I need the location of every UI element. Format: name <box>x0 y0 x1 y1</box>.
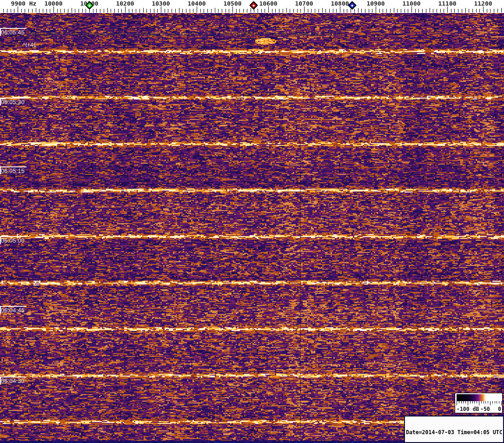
spectrogram-waterfall <box>0 13 504 443</box>
colorbar-tick <box>495 401 495 403</box>
colorbar-tick <box>481 401 482 403</box>
colorbar-legend: -100 dB -50 0 <box>455 393 503 413</box>
spectrogram-area: 06:05:4506:05:3006:05:1506:05:0006:04:45… <box>0 13 504 443</box>
colorbar-tick <box>501 401 502 405</box>
colorbar-tick <box>497 401 497 403</box>
colorbar-tick <box>472 401 473 403</box>
frequency-ruler: 9900 Hz100001010010200103001040010500106… <box>0 0 504 13</box>
freq-label: 10000 <box>44 0 62 7</box>
marker-center-dot <box>351 4 353 7</box>
colorbar-tick <box>474 401 475 403</box>
time-offset-note: ^t+41 <box>23 42 36 48</box>
freq-label: 10500 <box>223 0 241 7</box>
marker-center-dot <box>252 4 255 7</box>
freq-label: 10700 <box>295 0 313 7</box>
time-tick-mark <box>0 166 27 167</box>
colorbar-tick <box>490 401 491 405</box>
colorbar-tick <box>459 401 459 403</box>
freq-label: 10300 <box>152 0 170 7</box>
meteor-spectrogram-window: 9900 Hz100001010010200103001040010500106… <box>0 0 504 443</box>
colorbar-tick <box>485 401 486 403</box>
time-tick-mark <box>0 98 27 99</box>
info-line-date: Date=2014-07-03 Time=04:05 UTC <box>406 430 503 436</box>
time-label: 06:04:30 <box>1 378 25 384</box>
colorbar-label-min: -100 dB <box>457 406 479 412</box>
freq-label: 11100 <box>438 0 456 7</box>
colorbar-tick <box>477 401 477 403</box>
time-label: 06:05:45 <box>1 29 25 36</box>
freq-label: 11000 <box>402 0 420 7</box>
time-tick-mark <box>0 236 27 237</box>
colorbar-tick <box>488 401 488 403</box>
time-label: 06:05:00 <box>1 238 25 244</box>
station-info-box: Date=2014-07-03 Time=04:05 UTC Freq=143 … <box>404 416 504 443</box>
freq-label: 10600 <box>259 0 277 7</box>
freq-label: 11200 <box>474 0 492 7</box>
colorbar-gradient <box>457 394 501 401</box>
colorbar-label-mid: -50 <box>480 406 490 412</box>
colorbar-tick <box>463 401 464 403</box>
colorbar-label-max: 0 <box>498 406 501 412</box>
colorbar-tick <box>465 401 466 403</box>
colorbar-tick <box>484 401 484 403</box>
time-tick-mark <box>0 306 27 307</box>
freq-label: 10900 <box>366 0 385 7</box>
time-label: 06:05:15 <box>1 168 25 174</box>
colorbar-labels: -100 dB -50 0 <box>456 406 502 412</box>
colorbar-tick <box>499 401 499 403</box>
time-tick-mark <box>0 377 27 377</box>
colorbar-tick <box>468 401 468 405</box>
freq-label: 10400 <box>187 0 206 7</box>
colorbar-tick <box>492 401 493 403</box>
time-label: 06:05:30 <box>1 99 25 106</box>
colorbar-tick <box>479 401 479 405</box>
colorbar-tick <box>470 401 471 403</box>
freq-label: 10200 <box>116 0 134 7</box>
time-label: 06:04:45 <box>1 307 25 314</box>
marker-center-dot <box>88 4 91 7</box>
colorbar-tick <box>461 401 462 403</box>
freq-label: 10800 <box>331 0 349 7</box>
detection-annotation: 20140703040541776 hCnt5 nb-83 f10573 hit… <box>27 31 344 37</box>
freq-label: 9900 Hz <box>11 0 37 7</box>
colorbar-tick <box>457 401 457 405</box>
time-tick-mark <box>0 28 27 29</box>
colorbar-tick-marks <box>457 401 501 406</box>
